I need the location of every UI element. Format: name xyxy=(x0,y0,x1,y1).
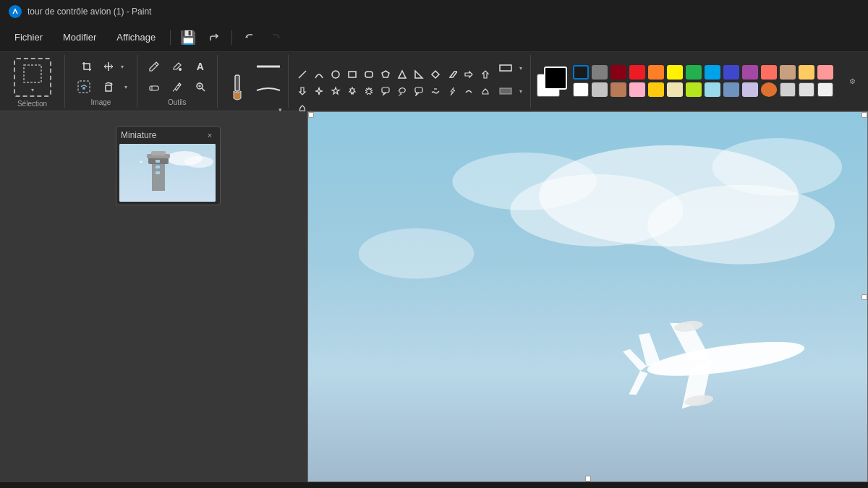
rotate-tool[interactable] xyxy=(98,77,119,97)
text-tool[interactable]: A xyxy=(190,56,211,77)
swatch-nearwhite[interactable] xyxy=(817,82,833,97)
shape-triangle[interactable] xyxy=(394,67,410,82)
shape-arrow-d[interactable] xyxy=(294,83,310,99)
swatch-pink[interactable] xyxy=(629,82,645,97)
color-foreground[interactable] xyxy=(544,67,567,90)
swatch-purple[interactable] xyxy=(742,65,758,80)
swatch-gold[interactable] xyxy=(799,65,814,80)
pencil-tool[interactable] xyxy=(143,56,165,77)
eraser-tool[interactable] xyxy=(143,77,165,97)
undo-button[interactable] xyxy=(238,26,261,49)
miniature-header: Miniature × xyxy=(119,129,217,141)
handle-tl[interactable] xyxy=(308,112,314,118)
swatch-red[interactable] xyxy=(629,65,645,80)
shape-star5[interactable] xyxy=(328,83,344,99)
svg-rect-21 xyxy=(119,144,216,202)
shape-curve[interactable] xyxy=(311,67,327,82)
main-canvas[interactable] xyxy=(307,111,868,482)
swatch-amber[interactable] xyxy=(648,82,664,97)
swatch-silver[interactable] xyxy=(592,82,608,97)
shape-arrow-u[interactable] xyxy=(477,67,493,82)
swatch-brown[interactable] xyxy=(610,82,626,97)
swatch-yellow[interactable] xyxy=(667,65,683,80)
handle-tr[interactable] xyxy=(861,112,867,118)
canvas-area[interactable]: Miniature × xyxy=(0,111,868,482)
swatch-pink-light[interactable] xyxy=(817,65,833,80)
swatch-steel[interactable] xyxy=(723,82,739,97)
swatch-lime[interactable] xyxy=(686,82,702,97)
svg-line-11 xyxy=(299,71,306,78)
window-title: tour de contrôle avion (1) - Paint xyxy=(27,7,151,17)
shape-rt-triangle[interactable] xyxy=(411,67,427,82)
swatch-skyblue[interactable] xyxy=(705,82,720,97)
shape-callout[interactable] xyxy=(411,83,427,99)
redo-button[interactable] xyxy=(264,26,287,49)
svg-point-36 xyxy=(359,228,475,279)
app-icon xyxy=(9,5,22,18)
rotate-arrow[interactable]: ▾ xyxy=(121,77,131,97)
swatch-offwhite[interactable] xyxy=(799,82,814,97)
swatch-cream[interactable] xyxy=(667,82,683,97)
fill-tool[interactable] xyxy=(166,56,188,77)
share-button[interactable] xyxy=(203,26,226,49)
selection-tool[interactable]: ▾ xyxy=(14,58,51,97)
outline-picker[interactable]: ▾ xyxy=(498,58,525,78)
shape-line[interactable] xyxy=(294,67,310,82)
shape-star4[interactable] xyxy=(311,83,327,99)
swatch-skin[interactable] xyxy=(761,82,777,97)
shape-roundrect[interactable] xyxy=(361,67,377,82)
swatch-tan[interactable] xyxy=(780,65,796,80)
shape-star6[interactable] xyxy=(344,83,360,99)
swatch-salmon[interactable] xyxy=(761,65,777,80)
miniature-close[interactable]: × xyxy=(204,129,216,141)
color-preview[interactable] xyxy=(537,67,567,97)
edit-colors-button[interactable]: ⚙ xyxy=(842,72,862,92)
resize-tool[interactable]: ▾ xyxy=(99,56,127,77)
svg-rect-13 xyxy=(349,72,356,77)
swatch-darkred[interactable] xyxy=(610,65,626,80)
shape-star8[interactable] xyxy=(361,83,377,99)
swatch-black[interactable] xyxy=(573,65,589,80)
menu-fichier[interactable]: Fichier xyxy=(6,29,51,46)
color-picker-tool[interactable] xyxy=(166,77,188,97)
outils-label: Outils xyxy=(168,98,187,106)
swatch-lavender[interactable] xyxy=(742,82,758,97)
shape-extra[interactable] xyxy=(461,83,477,99)
swatch-blue[interactable] xyxy=(705,65,720,80)
shape-thought[interactable] xyxy=(394,83,410,99)
brush-tool[interactable] xyxy=(223,69,252,107)
svg-point-37 xyxy=(712,138,843,196)
shape-wavy[interactable] xyxy=(427,83,443,99)
handle-bm[interactable] xyxy=(585,476,591,481)
fill-picker[interactable]: ▾ xyxy=(498,81,525,101)
menu-affichage[interactable]: Affichage xyxy=(108,29,164,46)
svg-rect-9 xyxy=(235,75,239,91)
ai-select-tool[interactable] xyxy=(72,77,96,97)
magnifier-tool[interactable] xyxy=(190,77,211,97)
swatch-green[interactable] xyxy=(686,65,702,80)
shape-rect[interactable] xyxy=(344,67,360,82)
menu-separator-1 xyxy=(170,30,171,45)
shape-arrow-r[interactable] xyxy=(461,67,477,82)
swatch-gray[interactable] xyxy=(592,65,608,80)
shape-parallelogram[interactable] xyxy=(444,67,460,82)
swatch-white[interactable] xyxy=(573,82,589,97)
shape-speech[interactable] xyxy=(378,83,393,99)
swatch-darkblue[interactable] xyxy=(723,65,739,80)
shape-polygon[interactable] xyxy=(378,67,393,82)
shape-lightning[interactable] xyxy=(444,83,460,99)
shape-diamond[interactable] xyxy=(427,67,443,82)
shape-ellipse[interactable] xyxy=(328,67,344,82)
swatch-orange[interactable] xyxy=(648,65,664,80)
swatch-lightgray[interactable] xyxy=(780,82,796,97)
outline-tool-2[interactable] xyxy=(255,78,282,98)
shape-misc1[interactable] xyxy=(477,83,493,99)
outline-tool-1[interactable] xyxy=(255,56,282,77)
svg-rect-20 xyxy=(500,88,511,94)
handle-mr[interactable] xyxy=(861,294,867,300)
menu-modifier[interactable]: Modifier xyxy=(54,29,105,46)
title-bar: tour de contrôle avion (1) - Paint xyxy=(0,0,868,23)
group-selection: ▾ Sélection xyxy=(0,55,65,108)
save-button[interactable]: 💾 xyxy=(176,26,200,49)
crop-tool[interactable] xyxy=(76,56,98,77)
